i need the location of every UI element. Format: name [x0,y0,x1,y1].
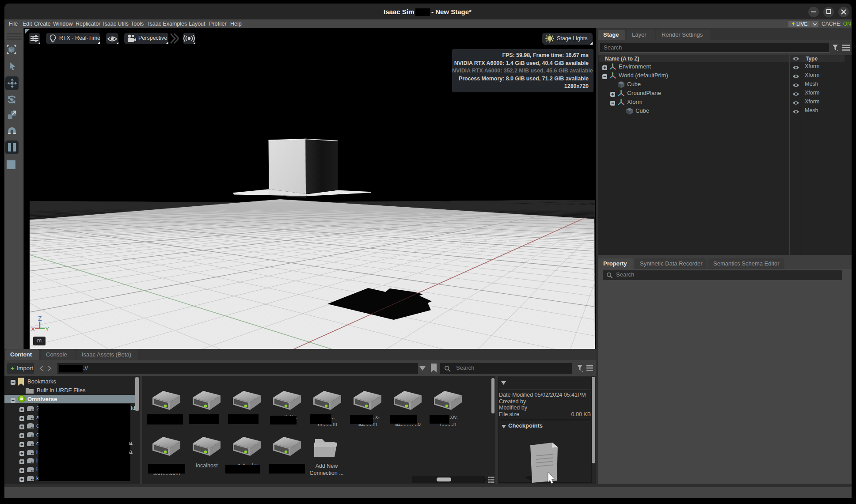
svg-text:X: X [31,326,35,333]
svg-text:Y: Y [45,326,49,333]
svg-text:Z: Z [38,315,42,322]
